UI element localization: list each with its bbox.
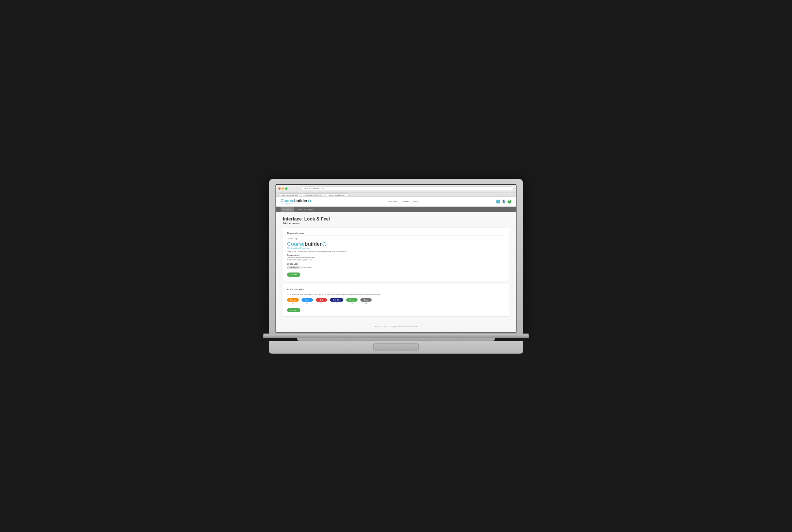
colour-radio-darkblue[interactable] bbox=[336, 302, 337, 304]
logo-display-builder: builder bbox=[305, 241, 321, 247]
logo-display-brand: Coursebuilder bbox=[287, 241, 505, 247]
browser-tab-2[interactable]: www.yourwebsite.com bbox=[302, 193, 325, 196]
nav-courses[interactable]: Courses bbox=[402, 201, 409, 203]
logo-display-circle-icon bbox=[323, 242, 327, 246]
laptop-base bbox=[297, 338, 495, 341]
logo-card-title: Corporate Logo bbox=[287, 232, 505, 236]
logo-card: Corporate Logo Current Logo Coursebuilde… bbox=[283, 228, 509, 281]
nav-users[interactable]: Users bbox=[413, 201, 418, 203]
app-navbar: Coursebuilder The Logistics Of Learning … bbox=[276, 197, 516, 207]
no-file-text: No file chosen bbox=[301, 267, 312, 268]
browser-maximize-dot[interactable] bbox=[285, 187, 288, 190]
app-logo-brand: Coursebuilder bbox=[281, 198, 311, 203]
page-content: Interface Look & Feel Thinc Investments … bbox=[276, 212, 516, 324]
current-logo-label: Current Logo bbox=[287, 238, 505, 240]
logo-update-button[interactable]: Update bbox=[287, 272, 300, 277]
browser-top-bar: ‹ › www.yourwebsite.com bbox=[276, 185, 516, 192]
help-icon[interactable]: ? bbox=[496, 200, 500, 204]
file-types-detail: Supported file types: .jpg or .png bbox=[287, 259, 505, 261]
tab-3-label: www.yourwebsite.com bbox=[329, 194, 345, 196]
logo-builder-text: builder bbox=[294, 198, 308, 203]
browser-dots bbox=[278, 187, 288, 190]
logo-course-text: Course bbox=[281, 198, 294, 203]
browser-tabs-row: www.yourwebsite.com www.yourwebsite.com … bbox=[276, 192, 516, 196]
requirements-section: Requirements: Image size: Width 420px He… bbox=[287, 254, 505, 261]
settings-icon[interactable]: ☰ bbox=[508, 200, 511, 204]
colour-description: Is Coursebuilder blue clashing with your… bbox=[287, 294, 505, 296]
colour-radio-grey[interactable] bbox=[365, 302, 367, 304]
colour-radio-blue[interactable] bbox=[306, 302, 308, 304]
image-size-detail: Image size: Width 420px Height 80px bbox=[287, 256, 505, 259]
footer-copyright: Design & Content © Coursebuilder 2020 bbox=[390, 326, 418, 328]
user-icon[interactable]: 👤 bbox=[502, 200, 506, 204]
file-input-row: Choose file No file chosen bbox=[287, 266, 505, 269]
app-logo-tagline: The Logistics Of Learning bbox=[281, 203, 311, 205]
choose-file-button[interactable]: Choose file bbox=[287, 266, 299, 269]
logo-display-course: Course bbox=[287, 241, 305, 247]
colour-card-title: Colour Scheme bbox=[287, 288, 505, 292]
colour-option-red[interactable]: Red bbox=[316, 298, 327, 304]
app-content: Coursebuilder The Logistics Of Learning … bbox=[276, 197, 516, 332]
back-icon[interactable]: ‹ bbox=[290, 187, 294, 191]
laptop-screen-outer: ‹ › www.yourwebsite.com www.yourwebsite.… bbox=[269, 179, 523, 334]
logo-display: Coursebuilder The Logistics Of Learning bbox=[287, 241, 505, 249]
colour-option-grey[interactable]: Grey bbox=[361, 298, 372, 304]
colour-options: Orange Blue Red bbox=[287, 298, 505, 304]
colour-pill-green: Green bbox=[346, 298, 357, 302]
colour-radio-orange[interactable] bbox=[292, 302, 294, 304]
colour-option-orange[interactable]: Orange bbox=[287, 298, 299, 304]
page-title: Interface Look & Feel bbox=[283, 216, 509, 222]
laptop-screen-inner: ‹ › www.yourwebsite.com www.yourwebsite.… bbox=[276, 184, 516, 333]
colour-card: Colour Scheme Is Coursebuilder blue clas… bbox=[283, 284, 509, 317]
colour-pill-blue: Blue bbox=[301, 298, 313, 302]
subnav-tab-messages[interactable]: Course Messages bbox=[294, 207, 315, 212]
tab-2-label: www.yourwebsite.com bbox=[305, 194, 321, 196]
requirements-title: Requirements: bbox=[287, 254, 505, 256]
page-title-normal: Interface bbox=[283, 216, 302, 221]
colour-pill-red: Red bbox=[316, 298, 327, 302]
app-logo: Coursebuilder The Logistics Of Learning bbox=[281, 198, 311, 205]
colour-option-blue[interactable]: Blue bbox=[301, 298, 313, 304]
app-nav-icons: ? 👤 ☰ bbox=[496, 200, 511, 204]
browser-close-dot[interactable] bbox=[278, 187, 281, 190]
browser-address-bar[interactable]: www.yourwebsite.com bbox=[301, 186, 514, 191]
laptop-keyboard bbox=[269, 341, 523, 354]
page-subtitle: Thinc Investments bbox=[283, 222, 509, 224]
tab-1-label: www.yourwebsite.com bbox=[281, 194, 298, 196]
keyboard-trackpad[interactable] bbox=[373, 343, 419, 350]
app-nav-links: Dashboard Courses Users bbox=[388, 201, 419, 203]
app-footer: Privacy | Terms | Design & Content © Cou… bbox=[276, 324, 516, 329]
colour-option-darkblue[interactable]: Dark Blue bbox=[330, 298, 344, 304]
logo-circle-icon bbox=[308, 200, 311, 203]
browser-minimize-dot[interactable] bbox=[282, 187, 284, 190]
subnav-tab-interface[interactable]: Interface bbox=[281, 207, 294, 212]
browser-chrome: ‹ › www.yourwebsite.com www.yourwebsite.… bbox=[276, 185, 516, 197]
page-title-bold: Look & Feel bbox=[305, 216, 330, 221]
logo-description: Replace the Coursebuilder logo in the ma… bbox=[287, 251, 505, 252]
colour-pill-darkblue: Dark Blue bbox=[330, 298, 344, 302]
subnav-tab-messages-label: Course Messages bbox=[297, 208, 313, 210]
colour-pill-grey: Grey bbox=[361, 298, 372, 302]
colour-radio-red[interactable] bbox=[320, 302, 322, 304]
upload-label: Upload Logo bbox=[287, 263, 505, 265]
laptop-bottom bbox=[263, 334, 529, 338]
nav-dashboard[interactable]: Dashboard bbox=[388, 201, 398, 203]
logo-display-tagline: The Logistics Of Learning bbox=[287, 247, 505, 249]
colour-option-green[interactable]: Green bbox=[346, 298, 357, 304]
browser-tab-3[interactable]: www.yourwebsite.com bbox=[326, 193, 349, 196]
laptop-wrapper: ‹ › www.yourwebsite.com www.yourwebsite.… bbox=[269, 179, 523, 354]
colour-update-button[interactable]: Update bbox=[287, 308, 300, 312]
footer-terms-link[interactable]: Terms bbox=[383, 326, 388, 328]
colour-radio-green[interactable] bbox=[351, 302, 353, 304]
app-subnav: Interface Course Messages bbox=[276, 207, 516, 212]
browser-tab-1[interactable]: www.yourwebsite.com bbox=[278, 193, 301, 196]
footer-privacy-link[interactable]: Privacy bbox=[375, 326, 381, 328]
colour-pill-orange: Orange bbox=[287, 298, 299, 302]
subnav-tab-interface-label: Interface bbox=[283, 208, 291, 210]
browser-nav-icons: ‹ › bbox=[290, 187, 300, 191]
url-text: www.yourwebsite.com bbox=[304, 187, 324, 189]
footer-separator-1: | bbox=[382, 326, 383, 328]
forward-icon[interactable]: › bbox=[296, 187, 300, 191]
